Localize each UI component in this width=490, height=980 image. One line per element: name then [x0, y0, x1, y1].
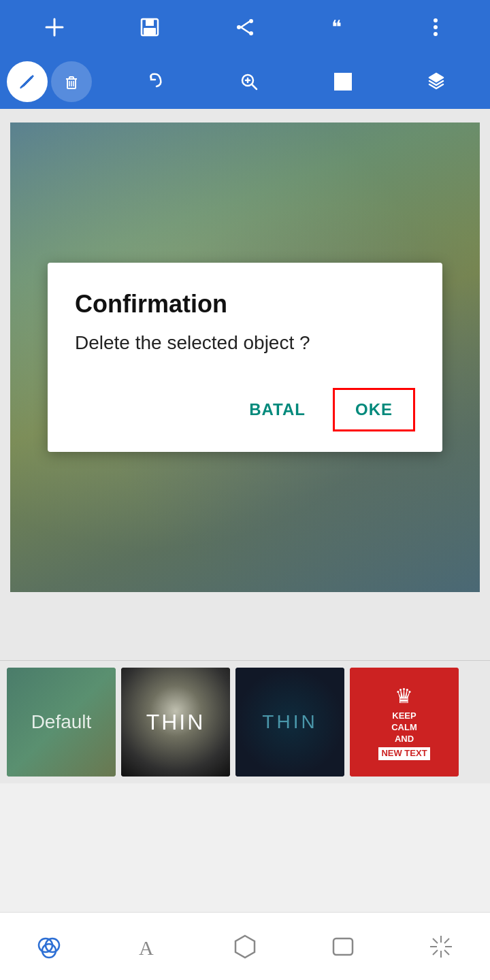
svg-line-9 [241, 27, 249, 33]
keepcalm-text: KEEP CALM AND NEW TEXT [378, 710, 429, 760]
svg-rect-32 [347, 86, 351, 90]
bottom-nav: A [0, 912, 490, 980]
nav-sticker[interactable] [319, 923, 367, 970]
svg-rect-26 [347, 74, 351, 78]
top-toolbar: ❝ [0, 0, 490, 109]
cancel-button[interactable]: BATAL [229, 388, 326, 431]
template-default-label: Default [31, 711, 92, 733]
canvas-area: Confirmation Delete the selected object … [0, 109, 490, 606]
template-thin2-label: THIN [262, 711, 317, 733]
dialog-message: Delete the selected object ? [75, 332, 415, 354]
toolbar-row2 [0, 54, 490, 109]
svg-line-21 [252, 84, 257, 89]
dialog-title: Confirmation [75, 290, 415, 318]
middle-space [0, 606, 490, 660]
template-thin1-label: THIN [146, 710, 206, 735]
trash-tool[interactable] [51, 61, 92, 102]
svg-marker-37 [235, 936, 255, 958]
svg-point-13 [434, 32, 438, 36]
crown-icon: ♛ [395, 684, 413, 708]
nav-text[interactable]: A [123, 923, 171, 970]
svg-line-8 [241, 22, 249, 27]
template-thin1[interactable]: THIN [121, 668, 230, 777]
svg-rect-25 [341, 74, 346, 78]
svg-point-11 [434, 18, 438, 22]
svg-rect-16 [69, 77, 74, 79]
svg-line-45 [444, 938, 449, 943]
add-icon[interactable] [37, 10, 71, 44]
template-default[interactable]: Default [7, 668, 116, 777]
svg-text:❝: ❝ [331, 17, 342, 37]
svg-rect-28 [341, 80, 346, 84]
svg-rect-3 [146, 19, 154, 26]
confirmation-dialog: Confirmation Delete the selected object … [48, 263, 442, 452]
svg-rect-31 [341, 86, 346, 90]
more-icon[interactable] [419, 10, 453, 44]
template-keepcalm[interactable]: ♛ KEEP CALM AND NEW TEXT [350, 668, 459, 777]
share-icon[interactable] [228, 10, 262, 44]
layers-icon[interactable] [419, 65, 453, 99]
undo-icon[interactable] [139, 65, 173, 99]
svg-rect-30 [335, 86, 340, 90]
svg-rect-4 [144, 28, 156, 35]
svg-rect-38 [333, 938, 353, 955]
svg-rect-27 [335, 80, 340, 84]
toolbar-row1: ❝ [0, 0, 490, 54]
svg-point-6 [249, 31, 253, 35]
nav-shape[interactable] [221, 923, 269, 970]
svg-line-44 [444, 950, 449, 955]
svg-text:A: A [139, 936, 154, 959]
pencil-tool[interactable] [7, 61, 48, 102]
nav-sparkle[interactable] [417, 923, 465, 970]
svg-line-46 [433, 950, 438, 955]
zoom-in-icon[interactable] [232, 65, 266, 99]
dialog-buttons: BATAL OKE [75, 388, 415, 431]
canvas-image[interactable]: Confirmation Delete the selected object … [10, 122, 480, 592]
save-icon[interactable] [133, 10, 167, 44]
quote-icon[interactable]: ❝ [323, 10, 357, 44]
grid-icon[interactable] [326, 65, 360, 99]
svg-rect-29 [347, 80, 351, 84]
secondary-toolbar [109, 65, 483, 99]
svg-rect-24 [335, 74, 340, 78]
svg-point-5 [249, 19, 253, 23]
dialog-overlay: Confirmation Delete the selected object … [10, 122, 480, 592]
templates-bar: Default THIN THIN ♛ KEEP CALM AND NEW TE… [0, 660, 490, 783]
svg-line-43 [433, 938, 438, 943]
template-thin2[interactable]: THIN [235, 668, 344, 777]
ok-button[interactable]: OKE [333, 388, 415, 431]
nav-blend[interactable] [25, 923, 73, 970]
svg-point-12 [434, 25, 438, 29]
